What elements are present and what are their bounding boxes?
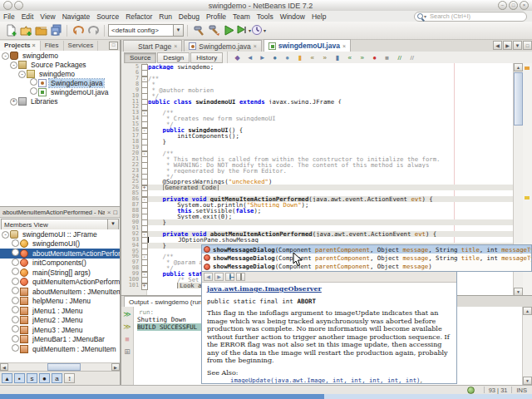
completion-item[interactable]: showMessageDialog(Component parentCompon… xyxy=(202,263,531,271)
fold-icon[interactable]: - xyxy=(140,76,148,81)
config-combobox[interactable]: <default config> ▼ xyxy=(108,24,184,37)
back-icon[interactable]: ◄ xyxy=(244,52,255,62)
profile-dropdown-icon[interactable]: ▾ xyxy=(264,27,266,33)
expander-icon[interactable] xyxy=(12,297,19,306)
maximize-editor-icon[interactable]: □ xyxy=(523,41,532,50)
code-line[interactable]: 7 - /** xyxy=(121,76,513,81)
close-icon[interactable]: × xyxy=(32,42,36,48)
last-edit-icon[interactable]: ◆ xyxy=(232,52,243,62)
code-line[interactable]: 88 this.setVisible(false); xyxy=(121,208,513,214)
window-menu-icon[interactable] xyxy=(3,1,12,10)
show-static-members-icon[interactable]: s xyxy=(27,373,37,383)
expander-icon[interactable] xyxy=(12,287,19,296)
shift-line-right-icon[interactable]: » xyxy=(357,52,367,62)
expander-icon[interactable]: - xyxy=(10,60,17,69)
expander-icon[interactable] xyxy=(12,278,19,287)
fold-icon[interactable]: - xyxy=(140,231,148,237)
fold-icon[interactable] xyxy=(140,202,148,208)
fold-icon[interactable] xyxy=(140,265,148,271)
expander-icon[interactable] xyxy=(30,78,37,87)
completion-item[interactable]: showMessageDialog(Component parentCompon… xyxy=(202,245,531,254)
expander-icon[interactable] xyxy=(12,239,19,249)
forward-icon[interactable]: ► xyxy=(257,52,268,62)
start-macro-recording-icon[interactable]: ● xyxy=(369,52,380,62)
debug-project-icon[interactable]: ▾ xyxy=(236,23,251,38)
fold-icon[interactable] xyxy=(140,64,148,70)
code-line[interactable]: 86 - private void quitMenuItemActionPerf… xyxy=(121,196,513,202)
code-line[interactable]: 89 System.exit(0); xyxy=(121,214,513,219)
output-vscrollbar[interactable]: ▲ ▼ xyxy=(522,307,532,385)
scroll-right-icon[interactable]: ▶ xyxy=(111,363,120,371)
redo-icon[interactable] xyxy=(86,23,101,38)
member-row[interactable]: jMenu1 : JMenu xyxy=(0,306,120,316)
uncomment-icon[interactable]: // xyxy=(406,52,417,62)
member-row[interactable]: jMenuBar1 : JMenuBar xyxy=(0,335,120,345)
expander-icon[interactable] xyxy=(12,316,19,325)
fold-icon[interactable]: - xyxy=(140,150,148,156)
minimize-panel-icon[interactable]: □ xyxy=(109,42,118,50)
code-line[interactable]: 24 */ xyxy=(121,174,513,180)
combobox-dropdown-icon[interactable]: ▼ xyxy=(107,219,118,229)
view-toggle-button[interactable]: Source xyxy=(124,52,156,63)
menu-item[interactable]: Help xyxy=(308,12,329,21)
notifications-icon[interactable] xyxy=(467,387,475,394)
menu-item[interactable]: Window xyxy=(277,12,308,21)
rerun-icon[interactable]: ≫ xyxy=(122,309,132,319)
fold-icon[interactable]: - xyxy=(140,196,148,202)
expander-icon[interactable] xyxy=(12,335,19,344)
next-bookmark-icon[interactable]: » xyxy=(319,52,330,62)
save-all-icon[interactable] xyxy=(48,23,63,38)
close-tab-icon[interactable]: × xyxy=(254,43,257,49)
fold-icon[interactable] xyxy=(140,225,148,231)
fold-icon[interactable] xyxy=(140,121,148,127)
window-pin-icon[interactable] xyxy=(14,1,23,10)
close-icon[interactable]: × xyxy=(520,1,529,10)
taskbar-active-window[interactable] xyxy=(0,394,324,399)
expander-icon[interactable]: - xyxy=(2,229,9,239)
fold-icon[interactable]: + xyxy=(140,185,148,190)
code-line[interactable]: 10 */ xyxy=(121,93,513,99)
toggle-highlight-search-icon[interactable]: ▮ xyxy=(294,52,305,62)
sort-by-source-icon[interactable]: ↕ xyxy=(64,373,75,383)
stop-macro-recording-icon[interactable]: ■ xyxy=(382,52,392,62)
quick-search[interactable]: ▾ Search (Ctrl+I) xyxy=(414,12,527,22)
view-toggle-button[interactable]: Design xyxy=(157,52,190,63)
code-line[interactable]: 21 * This method is called from within t… xyxy=(121,156,513,162)
code-line[interactable]: 18 } xyxy=(121,139,513,145)
expander-icon[interactable] xyxy=(12,306,19,315)
scroll-tabs-right-icon[interactable]: ▶ xyxy=(503,41,512,50)
menu-item[interactable]: Team xyxy=(229,12,254,21)
member-row[interactable]: jMenu3 : JMenu xyxy=(0,325,120,335)
expander-icon[interactable] xyxy=(12,344,19,353)
close-tab-icon[interactable]: × xyxy=(174,43,177,49)
fold-icon[interactable] xyxy=(140,145,148,150)
member-row[interactable]: quitMenuItem : JMenuItem xyxy=(0,344,120,354)
error-stripe-mark[interactable] xyxy=(525,196,530,200)
new-file-icon[interactable] xyxy=(3,23,18,38)
close-tab-icon[interactable]: × xyxy=(342,43,346,49)
sort-alphabetically-icon[interactable]: a xyxy=(52,373,62,383)
show-non-public-members-icon[interactable]: ● xyxy=(39,373,50,383)
forward-icon[interactable]: ▶ xyxy=(214,273,224,281)
code-line[interactable]: 12 xyxy=(121,104,513,110)
menu-item[interactable]: Run xyxy=(155,12,175,21)
member-row[interactable]: main(String[] args) xyxy=(0,268,120,278)
fold-icon[interactable] xyxy=(140,116,148,121)
code-line[interactable]: 17 initComponents(); xyxy=(121,133,513,139)
expander-icon[interactable] xyxy=(12,325,19,334)
fold-icon[interactable] xyxy=(140,259,148,265)
fold-icon[interactable] xyxy=(140,243,148,249)
code-line[interactable]: 20 - /** xyxy=(121,150,513,156)
new-project-icon[interactable] xyxy=(18,23,33,38)
tab-files[interactable]: Files xyxy=(41,41,64,51)
rerun-with-options-icon[interactable]: ≫ xyxy=(122,322,132,332)
fold-icon[interactable] xyxy=(140,179,148,185)
tab-projects[interactable]: Projects× xyxy=(0,41,41,51)
scroll-down-icon[interactable]: ▼ xyxy=(523,377,532,385)
desktop-taskbar[interactable] xyxy=(0,394,532,399)
tree-item-source-packages[interactable]: - Source Packages xyxy=(0,60,120,69)
tree-item-package-swingdemo[interactable]: - swingdemo xyxy=(0,69,120,78)
javadoc-content[interactable]: java.awt.image.ImageObserver public stat… xyxy=(202,283,456,383)
fold-icon[interactable] xyxy=(140,168,148,174)
member-row[interactable]: aboutMenuItemActionPerformed(ActionEvent… xyxy=(0,249,120,259)
